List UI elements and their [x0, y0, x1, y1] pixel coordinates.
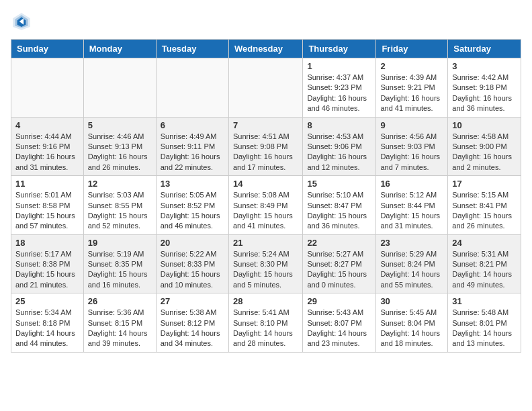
calendar-table: SundayMondayTuesdayWednesdayThursdayFrid… [11, 39, 521, 353]
calendar-week-4: 18Sunrise: 5:17 AM Sunset: 8:38 PM Dayli… [11, 234, 521, 293]
calendar-cell: 31Sunrise: 5:48 AM Sunset: 8:01 PM Dayli… [448, 293, 521, 353]
calendar-cell: 27Sunrise: 5:38 AM Sunset: 8:12 PM Dayli… [156, 293, 228, 353]
day-info: Sunrise: 5:27 AM Sunset: 8:27 PM Dayligh… [307, 249, 371, 291]
day-info: Sunrise: 5:19 AM Sunset: 8:35 PM Dayligh… [88, 249, 152, 291]
day-info: Sunrise: 5:36 AM Sunset: 8:15 PM Dayligh… [88, 308, 152, 349]
calendar-cell: 18Sunrise: 5:17 AM Sunset: 8:38 PM Dayli… [11, 234, 84, 293]
calendar-cell: 5Sunrise: 4:46 AM Sunset: 9:13 PM Daylig… [83, 117, 156, 176]
logo-icon [11, 11, 32, 32]
day-number: 12 [88, 179, 152, 189]
day-number: 25 [15, 296, 79, 306]
day-info: Sunrise: 4:46 AM Sunset: 9:13 PM Dayligh… [88, 132, 152, 173]
day-number: 20 [161, 238, 224, 248]
calendar-week-2: 4Sunrise: 4:44 AM Sunset: 9:16 PM Daylig… [11, 117, 521, 176]
day-info: Sunrise: 5:15 AM Sunset: 8:41 PM Dayligh… [452, 190, 517, 232]
day-info: Sunrise: 4:51 AM Sunset: 9:08 PM Dayligh… [233, 132, 298, 173]
day-number: 26 [88, 296, 152, 306]
calendar-cell: 9Sunrise: 4:56 AM Sunset: 9:03 PM Daylig… [376, 117, 448, 176]
day-info: Sunrise: 5:24 AM Sunset: 8:30 PM Dayligh… [233, 249, 298, 291]
day-number: 4 [15, 120, 79, 130]
weekday-header-monday: Monday [83, 40, 156, 58]
calendar-cell [156, 58, 228, 118]
weekday-header-sunday: Sunday [11, 40, 84, 58]
day-number: 11 [15, 179, 79, 189]
calendar-cell: 3Sunrise: 4:42 AM Sunset: 9:18 PM Daylig… [448, 58, 521, 118]
day-info: Sunrise: 4:37 AM Sunset: 9:23 PM Dayligh… [307, 73, 371, 114]
calendar-cell: 22Sunrise: 5:27 AM Sunset: 8:27 PM Dayli… [303, 234, 376, 293]
calendar-cell: 14Sunrise: 5:08 AM Sunset: 8:49 PM Dayli… [228, 176, 302, 235]
calendar-cell: 25Sunrise: 5:34 AM Sunset: 8:18 PM Dayli… [11, 293, 84, 353]
weekday-header-wednesday: Wednesday [228, 40, 302, 58]
weekday-header-friday: Friday [376, 40, 448, 58]
day-number: 29 [307, 296, 371, 306]
day-number: 19 [88, 238, 152, 248]
calendar-cell: 28Sunrise: 5:41 AM Sunset: 8:10 PM Dayli… [228, 293, 302, 353]
page-header [11, 11, 521, 32]
day-number: 13 [161, 179, 224, 189]
day-info: Sunrise: 5:22 AM Sunset: 8:33 PM Dayligh… [161, 249, 224, 291]
calendar-cell: 8Sunrise: 4:53 AM Sunset: 9:06 PM Daylig… [303, 117, 376, 176]
day-number: 9 [380, 120, 443, 130]
calendar-cell: 26Sunrise: 5:36 AM Sunset: 8:15 PM Dayli… [83, 293, 156, 353]
day-info: Sunrise: 5:29 AM Sunset: 8:24 PM Dayligh… [380, 249, 443, 291]
calendar-cell: 10Sunrise: 4:58 AM Sunset: 9:00 PM Dayli… [448, 117, 521, 176]
calendar-cell: 4Sunrise: 4:44 AM Sunset: 9:16 PM Daylig… [11, 117, 84, 176]
calendar-cell: 11Sunrise: 5:01 AM Sunset: 8:58 PM Dayli… [11, 176, 84, 235]
day-info: Sunrise: 4:53 AM Sunset: 9:06 PM Dayligh… [307, 132, 371, 173]
calendar-cell: 24Sunrise: 5:31 AM Sunset: 8:21 PM Dayli… [448, 234, 521, 293]
day-number: 8 [307, 120, 371, 130]
day-info: Sunrise: 5:10 AM Sunset: 8:47 PM Dayligh… [307, 190, 371, 232]
calendar-cell: 6Sunrise: 4:49 AM Sunset: 9:11 PM Daylig… [156, 117, 228, 176]
day-number: 15 [307, 179, 371, 189]
day-info: Sunrise: 5:31 AM Sunset: 8:21 PM Dayligh… [452, 249, 517, 291]
day-info: Sunrise: 5:01 AM Sunset: 8:58 PM Dayligh… [15, 190, 79, 232]
day-info: Sunrise: 4:58 AM Sunset: 9:00 PM Dayligh… [452, 132, 517, 173]
day-number: 2 [380, 61, 443, 71]
day-info: Sunrise: 5:38 AM Sunset: 8:12 PM Dayligh… [161, 308, 224, 349]
weekday-header-tuesday: Tuesday [156, 40, 228, 58]
calendar-cell: 20Sunrise: 5:22 AM Sunset: 8:33 PM Dayli… [156, 234, 228, 293]
day-info: Sunrise: 5:43 AM Sunset: 8:07 PM Dayligh… [307, 308, 371, 349]
calendar-cell: 15Sunrise: 5:10 AM Sunset: 8:47 PM Dayli… [303, 176, 376, 235]
day-info: Sunrise: 4:39 AM Sunset: 9:21 PM Dayligh… [380, 73, 443, 114]
day-number: 22 [307, 238, 371, 248]
day-number: 3 [452, 61, 517, 71]
day-info: Sunrise: 5:45 AM Sunset: 8:04 PM Dayligh… [380, 308, 443, 349]
day-info: Sunrise: 5:34 AM Sunset: 8:18 PM Dayligh… [15, 308, 79, 349]
day-info: Sunrise: 5:03 AM Sunset: 8:55 PM Dayligh… [88, 190, 152, 232]
day-number: 18 [15, 238, 79, 248]
day-number: 17 [452, 179, 517, 189]
calendar-cell: 1Sunrise: 4:37 AM Sunset: 9:23 PM Daylig… [303, 58, 376, 118]
day-number: 14 [233, 179, 298, 189]
calendar-cell: 21Sunrise: 5:24 AM Sunset: 8:30 PM Dayli… [228, 234, 302, 293]
day-number: 1 [307, 61, 371, 71]
day-number: 16 [380, 179, 443, 189]
calendar-cell: 29Sunrise: 5:43 AM Sunset: 8:07 PM Dayli… [303, 293, 376, 353]
calendar-cell: 16Sunrise: 5:12 AM Sunset: 8:44 PM Dayli… [376, 176, 448, 235]
day-number: 7 [233, 120, 298, 130]
day-number: 31 [452, 296, 517, 306]
day-number: 5 [88, 120, 152, 130]
calendar-cell [228, 58, 302, 118]
day-number: 28 [233, 296, 298, 306]
day-info: Sunrise: 4:49 AM Sunset: 9:11 PM Dayligh… [161, 132, 224, 173]
logo [11, 11, 35, 32]
day-info: Sunrise: 5:08 AM Sunset: 8:49 PM Dayligh… [233, 190, 298, 232]
calendar-week-5: 25Sunrise: 5:34 AM Sunset: 8:18 PM Dayli… [11, 293, 521, 353]
day-number: 30 [380, 296, 443, 306]
weekday-header-row: SundayMondayTuesdayWednesdayThursdayFrid… [11, 40, 521, 58]
calendar-cell: 30Sunrise: 5:45 AM Sunset: 8:04 PM Dayli… [376, 293, 448, 353]
calendar-cell: 19Sunrise: 5:19 AM Sunset: 8:35 PM Dayli… [83, 234, 156, 293]
day-number: 10 [452, 120, 517, 130]
calendar-cell: 23Sunrise: 5:29 AM Sunset: 8:24 PM Dayli… [376, 234, 448, 293]
day-info: Sunrise: 4:56 AM Sunset: 9:03 PM Dayligh… [380, 132, 443, 173]
day-info: Sunrise: 5:48 AM Sunset: 8:01 PM Dayligh… [452, 308, 517, 349]
day-info: Sunrise: 4:44 AM Sunset: 9:16 PM Dayligh… [15, 132, 79, 173]
calendar-cell: 17Sunrise: 5:15 AM Sunset: 8:41 PM Dayli… [448, 176, 521, 235]
calendar-cell [11, 58, 84, 118]
day-number: 24 [452, 238, 517, 248]
day-number: 27 [161, 296, 224, 306]
day-number: 23 [380, 238, 443, 248]
weekday-header-saturday: Saturday [448, 40, 521, 58]
day-info: Sunrise: 5:17 AM Sunset: 8:38 PM Dayligh… [15, 249, 79, 291]
